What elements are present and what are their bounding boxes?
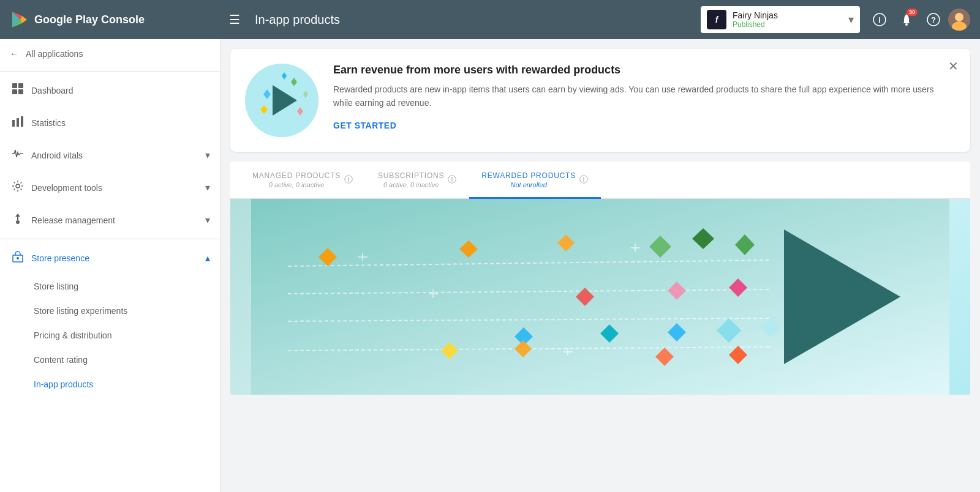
svg-text:?: ? bbox=[931, 15, 936, 24]
sidebar-item-content-rating[interactable]: Content rating bbox=[0, 348, 220, 372]
svg-rect-15 bbox=[21, 116, 23, 127]
sidebar-item-store-listing-experiments[interactable]: Store listing experiments bbox=[0, 299, 220, 323]
google-play-logo-icon bbox=[10, 10, 29, 29]
tabs-container: MANAGED PRODUCTS 0 active, 0 inactive ⓘ … bbox=[230, 162, 970, 199]
promo-banner: Earn revenue from more users with reward… bbox=[230, 49, 970, 152]
sidebar-item-pricing-distribution[interactable]: Pricing & distribution bbox=[0, 323, 220, 348]
sidebar-item-dev-tools[interactable]: Development tools ▾ bbox=[0, 171, 220, 204]
app-name: Fairy Ninjas bbox=[733, 10, 842, 20]
app-selector[interactable]: f Fairy Ninjas Published ▾ bbox=[701, 6, 860, 33]
info-button[interactable]: i bbox=[867, 7, 892, 32]
gems-illustration-icon bbox=[230, 199, 970, 395]
promo-title: Earn revenue from more users with reward… bbox=[333, 64, 956, 76]
svg-rect-12 bbox=[18, 89, 23, 94]
sidebar-divider-mid bbox=[0, 239, 220, 239]
header-logo: Google Play Console bbox=[10, 10, 224, 29]
sidebar-item-dashboard[interactable]: Dashboard bbox=[0, 74, 220, 106]
statistics-label: Statistics bbox=[31, 118, 66, 128]
android-vitals-icon bbox=[12, 147, 24, 163]
dev-tools-label: Development tools bbox=[31, 183, 102, 193]
rewarded-products-tab-label: REWARDED PRODUCTS bbox=[481, 171, 576, 180]
all-applications-label: All applications bbox=[26, 49, 83, 59]
managed-products-tab-label: MANAGED PRODUCTS bbox=[252, 171, 341, 180]
tab-subscriptions[interactable]: SUBSCRIPTIONS 0 active, 0 inactive ⓘ bbox=[366, 162, 469, 199]
pricing-distribution-label: Pricing & distribution bbox=[34, 330, 112, 340]
svg-rect-14 bbox=[17, 118, 19, 127]
svg-point-19 bbox=[17, 257, 19, 259]
sidebar-back-button[interactable]: ← All applications bbox=[0, 39, 220, 69]
avatar[interactable] bbox=[948, 9, 970, 31]
subscriptions-tab-label: SUBSCRIPTIONS bbox=[378, 171, 444, 180]
sidebar-item-in-app-products[interactable]: In-app products bbox=[0, 372, 220, 397]
store-listing-label: Store listing bbox=[34, 281, 78, 291]
main-layout: ← All applications Dashboard Statistics … bbox=[0, 39, 980, 492]
rewarded-illustration bbox=[230, 199, 970, 395]
subscriptions-tab-status: 0 active, 0 inactive bbox=[383, 181, 439, 188]
android-vitals-label: Android vitals bbox=[31, 151, 83, 160]
app-status: Published bbox=[733, 20, 842, 29]
header-center: ☰ In-app products f Fairy Ninjas Publish… bbox=[224, 6, 860, 33]
managed-products-tab-info: MANAGED PRODUCTS 0 active, 0 inactive bbox=[252, 171, 341, 188]
store-presence-icon bbox=[12, 250, 24, 266]
svg-point-16 bbox=[16, 184, 20, 188]
promo-cta-link[interactable]: GET STARTED bbox=[333, 121, 396, 130]
managed-products-tab-status: 0 active, 0 inactive bbox=[269, 181, 325, 188]
dashboard-icon bbox=[12, 83, 24, 98]
svg-point-17 bbox=[16, 220, 20, 224]
sidebar-item-android-vitals[interactable]: Android vitals ▾ bbox=[0, 139, 220, 171]
store-presence-label: Store presence bbox=[31, 253, 89, 263]
svg-rect-9 bbox=[12, 83, 17, 88]
sidebar-item-statistics[interactable]: Statistics bbox=[0, 106, 220, 139]
top-header: Google Play Console ☰ In-app products f … bbox=[0, 0, 980, 39]
notification-badge: 30 bbox=[907, 9, 918, 16]
android-vitals-expand-icon: ▾ bbox=[205, 149, 210, 161]
release-mgmt-label: Release management bbox=[31, 215, 115, 225]
release-mgmt-icon bbox=[12, 212, 24, 228]
svg-rect-13 bbox=[12, 120, 15, 127]
header-actions: i 30 ? bbox=[867, 7, 970, 32]
promo-close-button[interactable]: ✕ bbox=[943, 56, 963, 76]
store-presence-expand-icon: ▴ bbox=[205, 252, 210, 264]
rewarded-products-tab-info: REWARDED PRODUCTS Not enrolled bbox=[481, 171, 576, 188]
svg-point-7 bbox=[955, 13, 963, 21]
rewarded-products-help-icon[interactable]: ⓘ bbox=[579, 174, 589, 185]
sidebar: ← All applications Dashboard Statistics … bbox=[0, 39, 221, 492]
info-icon: i bbox=[873, 13, 886, 26]
svg-text:i: i bbox=[878, 15, 881, 24]
promo-content: Earn revenue from more users with reward… bbox=[333, 64, 956, 131]
tab-rewarded-products[interactable]: REWARDED PRODUCTS Not enrolled ⓘ bbox=[469, 162, 601, 199]
main-content: Earn revenue from more users with reward… bbox=[221, 39, 980, 492]
rewarded-products-tab-status: Not enrolled bbox=[510, 181, 546, 188]
back-arrow-icon: ← bbox=[10, 49, 18, 59]
svg-rect-10 bbox=[18, 83, 23, 88]
subscriptions-tab-info: SUBSCRIPTIONS 0 active, 0 inactive bbox=[378, 171, 444, 188]
help-icon: ? bbox=[927, 13, 940, 26]
logo-text: Google Play Console bbox=[34, 13, 145, 26]
app-info: Fairy Ninjas Published bbox=[733, 10, 842, 29]
rewarded-content-area bbox=[230, 199, 970, 395]
dev-tools-icon bbox=[12, 180, 24, 195]
close-icon: ✕ bbox=[948, 59, 959, 73]
avatar-image bbox=[948, 9, 970, 31]
dashboard-label: Dashboard bbox=[31, 86, 74, 95]
promo-image bbox=[245, 64, 318, 137]
notifications-button[interactable]: 30 bbox=[894, 7, 919, 32]
content-rating-label: Content rating bbox=[34, 355, 88, 365]
sidebar-item-release-mgmt[interactable]: Release management ▾ bbox=[0, 204, 220, 236]
sidebar-item-store-listing[interactable]: Store listing bbox=[0, 274, 220, 299]
managed-products-help-icon[interactable]: ⓘ bbox=[344, 174, 353, 185]
sidebar-item-store-presence[interactable]: Store presence ▴ bbox=[0, 242, 220, 274]
app-icon: f bbox=[707, 10, 726, 29]
promo-illustration-icon bbox=[245, 64, 318, 137]
tab-managed-products[interactable]: MANAGED PRODUCTS 0 active, 0 inactive ⓘ bbox=[240, 162, 366, 199]
promo-description: Rewarded products are new in-app items t… bbox=[333, 83, 956, 110]
subscriptions-help-icon[interactable]: ⓘ bbox=[448, 174, 457, 185]
store-listing-experiments-label: Store listing experiments bbox=[34, 306, 127, 316]
help-button[interactable]: ? bbox=[921, 7, 946, 32]
sidebar-divider-top bbox=[0, 71, 220, 72]
svg-rect-11 bbox=[12, 89, 17, 94]
release-mgmt-expand-icon: ▾ bbox=[205, 214, 210, 226]
app-dropdown-arrow-icon: ▾ bbox=[848, 13, 854, 26]
svg-point-3 bbox=[905, 23, 908, 26]
hamburger-button[interactable]: ☰ bbox=[224, 7, 245, 32]
